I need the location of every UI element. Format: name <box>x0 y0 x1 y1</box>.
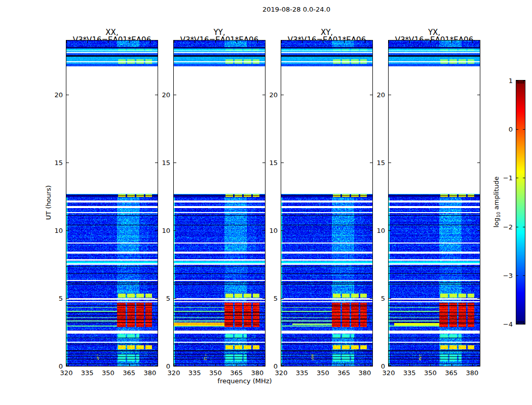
spectrogram-panel-yx <box>388 40 480 367</box>
colorbar-label: log10 amplitude <box>493 176 502 227</box>
colorbar-tick-label: −1 <box>503 175 513 181</box>
colorbar-tick-label: 0 <box>509 126 513 133</box>
y-tick-label: 5 <box>166 295 170 302</box>
y-tick-label: 5 <box>59 295 63 302</box>
colorbar-tick-label: 1 <box>509 77 513 84</box>
y-tick-label: 5 <box>381 295 385 302</box>
y-tick-label: 15 <box>54 159 63 166</box>
x-tick-label: 365 <box>337 370 350 376</box>
y-tick-label: 10 <box>162 227 170 234</box>
colorbar <box>516 80 525 325</box>
spectrogram-panel-xx <box>66 40 158 367</box>
y-tick-label: 10 <box>269 227 278 234</box>
y-tick-label: 15 <box>162 159 170 166</box>
x-tick-label: 380 <box>143 370 156 376</box>
y-tick-label: 0 <box>381 363 385 370</box>
x-axis-label: frequency (MHz) <box>217 378 272 384</box>
x-tick-label: 335 <box>296 370 309 376</box>
x-tick-label: 365 <box>123 370 135 376</box>
y-tick-label: 5 <box>274 295 278 302</box>
y-tick-label: 20 <box>54 92 63 98</box>
spectrogram-panel-xy <box>281 40 373 367</box>
colorbar-tick-label: −3 <box>503 272 513 278</box>
y-axis-label: UT (hours) <box>45 185 52 220</box>
y-tick-label: 15 <box>269 159 278 166</box>
x-tick-label: 350 <box>209 370 222 376</box>
y-tick-label: 0 <box>59 363 63 370</box>
figure: 2019-08-28 0.0-24.0 XX, V3*V16=EA01*EA06… <box>0 0 532 405</box>
y-tick-label: 15 <box>376 159 385 166</box>
x-tick-label: 380 <box>358 370 371 376</box>
x-tick-label: 335 <box>188 370 201 376</box>
x-tick-label: 320 <box>275 370 288 376</box>
x-tick-label: 320 <box>60 370 73 376</box>
x-tick-label: 350 <box>424 370 437 376</box>
x-tick-label: 380 <box>466 370 478 376</box>
y-tick-label: 20 <box>376 92 385 98</box>
x-tick-label: 335 <box>81 370 94 376</box>
x-tick-label: 365 <box>230 370 243 376</box>
x-tick-label: 335 <box>403 370 416 376</box>
x-tick-label: 365 <box>445 370 458 376</box>
spectrogram-panel-yy <box>173 40 265 367</box>
y-tick-label: 0 <box>274 363 278 370</box>
x-tick-label: 320 <box>168 370 180 376</box>
colorbar-tick-label: −4 <box>503 321 513 328</box>
y-tick-label: 10 <box>376 227 385 234</box>
x-tick-label: 350 <box>317 370 329 376</box>
y-tick-label: 0 <box>166 363 170 370</box>
x-tick-label: 380 <box>251 370 263 376</box>
x-tick-label: 350 <box>102 370 115 376</box>
y-tick-label: 20 <box>162 92 170 98</box>
colorbar-tick-label: −2 <box>503 223 513 230</box>
y-tick-label: 10 <box>54 227 63 234</box>
y-tick-label: 20 <box>269 92 278 98</box>
figure-title: 2019-08-28 0.0-24.0 <box>262 6 330 13</box>
x-tick-label: 320 <box>383 370 395 376</box>
